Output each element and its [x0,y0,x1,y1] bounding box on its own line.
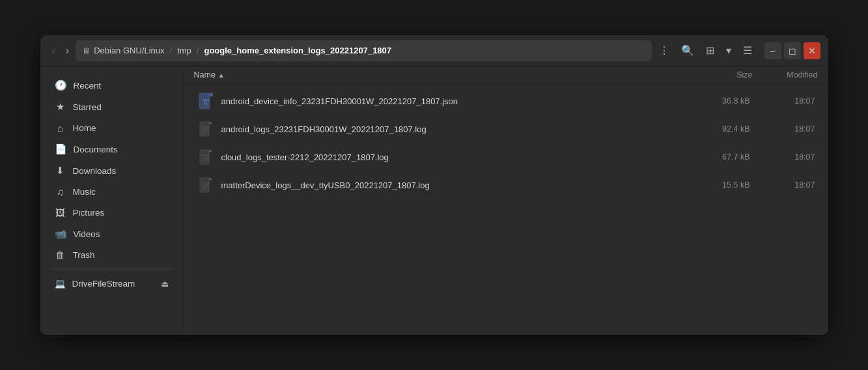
view-grid-button[interactable]: ⊞ [701,42,719,59]
sidebar-label-downloads: Downloads [73,166,117,176]
sidebar-divider [51,269,173,270]
file-row[interactable]: cloud_logs_tester-2212_20221207_1807.log… [186,143,826,171]
sidebar-label-recent: Recent [74,81,102,91]
sort-arrow-icon: ▲ [218,72,225,79]
sidebar-label-home: Home [73,123,96,133]
window-controls: – ◻ ✕ [764,42,820,59]
file-modified: 18:07 [750,180,815,190]
sidebar-item-videos[interactable]: 📹 Videos [44,223,179,244]
trash-icon: 🗑 [55,249,66,261]
sidebar-item-trash[interactable]: 🗑 Trash [44,245,179,265]
recent-icon: 🕐 [55,79,67,91]
videos-icon: 📹 [55,228,67,240]
svg-rect-14 [209,150,212,152]
back-button[interactable]: ‹ [48,42,59,59]
sidebar-item-recent[interactable]: 🕐 Recent [44,75,179,96]
file-manager-window: ‹ › 🖥 Debian GNU/Linux / tmp / google_ho… [40,35,828,335]
file-size: 92.4 kB [685,124,750,134]
file-icon-log [197,176,215,194]
sidebar-item-documents[interactable]: 📄 Documents [44,139,179,160]
svg-rect-21 [209,178,212,180]
file-row[interactable]: {} JSON android_device_info_23231FDH3000… [186,87,826,115]
file-name: matterDevice_logs__dev_ttyUSB0_20221207_… [221,180,685,190]
main-content: 🕐 Recent ★ Starred ⌂ Home 📄 Documents ⬇ … [40,66,828,335]
file-size: 36.8 kB [685,96,750,106]
view-chevron-button[interactable]: ▾ [721,42,736,59]
column-size-header: Size [688,70,753,79]
file-name: android_device_info_23231FDH30001W_20221… [221,96,685,106]
sidebar-label-documents: Documents [74,145,118,154]
close-button[interactable]: ✕ [804,42,820,59]
svg-text:JSON: JSON [203,98,209,102]
search-button[interactable]: 🔍 [677,42,699,59]
sidebar-label-drivefilestream: DriveFileStream [72,279,135,289]
maximize-button[interactable]: ◻ [784,42,801,59]
address-bar[interactable]: 🖥 Debian GNU/Linux / tmp / google_home_e… [76,40,651,61]
file-list-header: Name ▲ Size Modified [184,66,828,84]
file-icon-log [197,120,215,138]
column-modified-header: Modified [753,70,818,79]
svg-rect-7 [209,122,212,124]
file-list: {} JSON android_device_info_23231FDH3000… [184,84,828,335]
file-row[interactable]: android_logs_23231FDH30001W_20221207_180… [186,115,826,143]
sidebar-label-trash: Trash [73,250,95,260]
sidebar-label-videos: Videos [74,229,100,239]
view-list-button[interactable]: ☰ [738,42,757,59]
forward-button[interactable]: › [62,42,73,59]
sidebar-item-music[interactable]: ♫ Music [44,182,179,202]
home-icon: ⌂ [55,122,66,134]
file-modified: 18:07 [750,96,815,106]
minimize-button[interactable]: – [764,42,781,59]
breadcrumb-current: google_home_extension_logs_20221207_1807 [204,46,391,55]
sidebar-item-starred[interactable]: ★ Starred [44,96,179,117]
sidebar: 🕐 Recent ★ Starred ⌂ Home 📄 Documents ⬇ … [40,66,184,335]
file-name: cloud_logs_tester-2212_20221207_1807.log [221,152,685,162]
column-name-header: Name ▲ [194,70,688,79]
sidebar-item-home[interactable]: ⌂ Home [44,118,179,138]
sidebar-item-downloads[interactable]: ⬇ Downloads [44,160,179,181]
file-icon-log [197,148,215,166]
file-name: android_logs_23231FDH30001W_20221207_180… [221,124,685,134]
file-modified: 18:07 [750,124,815,134]
sidebar-item-drivefilestream[interactable]: 💻 DriveFileStream ⏏ [44,274,179,293]
svg-rect-2 [210,93,213,96]
file-size: 15.5 kB [685,180,750,190]
downloads-icon: ⬇ [55,165,66,177]
sidebar-item-pictures[interactable]: 🖼 Pictures [44,203,179,223]
music-icon: ♫ [55,186,66,197]
column-name-label: Name [194,70,216,79]
file-pane: Name ▲ Size Modified {} JSON [184,66,828,335]
os-icon: 🖥 [82,46,90,55]
file-modified: 18:07 [750,152,815,162]
file-size: 67.7 kB [685,152,750,162]
starred-icon: ★ [55,101,66,113]
file-row[interactable]: matterDevice_logs__dev_ttyUSB0_20221207_… [186,171,826,199]
eject-icon[interactable]: ⏏ [161,279,169,289]
sidebar-label-music: Music [73,187,96,197]
titlebar: ‹ › 🖥 Debian GNU/Linux / tmp / google_ho… [40,35,828,66]
more-options-button[interactable]: ⋮ [654,42,674,59]
sidebar-label-starred: Starred [73,102,102,112]
pictures-icon: 🖼 [55,207,66,218]
file-icon-json: {} JSON [197,92,215,110]
breadcrumb-tmp: tmp [177,46,191,55]
documents-icon: 📄 [55,143,67,155]
breadcrumb-os: Debian GNU/Linux [94,46,164,55]
drivefilestream-icon: 💻 [55,278,66,289]
sidebar-label-pictures: Pictures [73,208,105,218]
